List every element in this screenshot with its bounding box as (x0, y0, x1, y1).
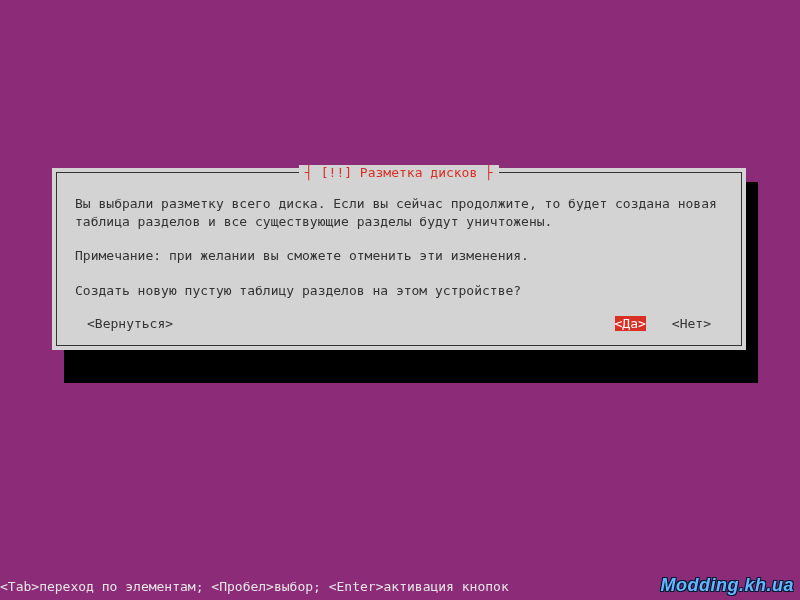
dialog-message-2: Примечание: при желании вы сможете отмен… (75, 247, 723, 265)
right-buttons: <Да> <Нет> (615, 316, 723, 331)
partition-dialog: ┤ [!!] Разметка дисков ├ Вы выбрали разм… (56, 172, 742, 346)
dialog-container: ┤ [!!] Разметка дисков ├ Вы выбрали разм… (52, 168, 746, 350)
dialog-buttons-row: <Вернуться> <Да> <Нет> (75, 316, 723, 331)
dialog-message-3: Создать новую пустую таблицу разделов на… (75, 282, 723, 300)
left-buttons: <Вернуться> (75, 316, 173, 331)
no-button[interactable]: <Нет> (672, 316, 711, 331)
back-button[interactable]: <Вернуться> (87, 316, 173, 331)
dialog-message-1: Вы выбрали разметку всего диска. Если вы… (75, 195, 723, 230)
yes-button[interactable]: <Да> (615, 316, 646, 331)
dialog-title: ┤ [!!] Разметка дисков ├ (299, 165, 499, 180)
keyboard-hints: <Tab>переход по элементам; <Пробел>выбор… (0, 579, 509, 594)
watermark-text: Modding.kh.ua (661, 575, 794, 596)
dialog-title-wrap: ┤ [!!] Разметка дисков ├ (57, 165, 741, 180)
